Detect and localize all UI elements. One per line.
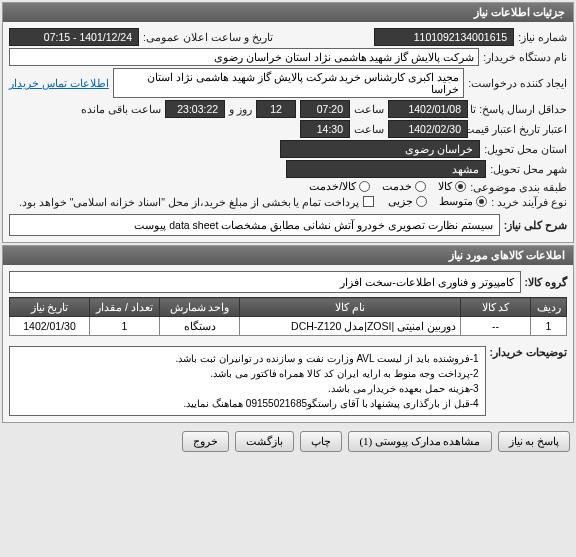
purchase-type-group: متوسط جزیی: [388, 195, 487, 208]
buyer-org-value: شرکت پالایش گاز شهید هاشمی نژاد استان خر…: [9, 48, 479, 66]
remaining-time: 23:03:22: [165, 100, 225, 118]
radio-medium[interactable]: متوسط: [439, 195, 487, 208]
radio-small-label: جزیی: [388, 195, 413, 208]
goods-table: ردیف کد کالا نام کالا واحد شمارش تعداد /…: [9, 297, 567, 336]
radio-medium-label: متوسط: [439, 195, 473, 208]
remaining-suffix: ساعت باقی مانده: [81, 103, 161, 115]
buyer-notes-box: 1-فروشنده باید از لیست AVL وزارت نفت و س…: [9, 346, 486, 416]
radio-dot-icon: [476, 196, 487, 207]
panel-title: جزئیات اطلاعات نیاز: [3, 3, 573, 22]
print-button[interactable]: چاپ: [300, 431, 342, 452]
cell-row: 1: [531, 317, 567, 336]
province-value: خراسان رضوی: [280, 140, 480, 158]
button-bar: پاسخ به نیاز مشاهده مدارک پیوستی (1) چاپ…: [0, 425, 576, 458]
creator-label: ایجاد کننده درخواست:: [468, 77, 567, 89]
table-header-row: ردیف کد کالا نام کالا واحد شمارش تعداد /…: [10, 298, 567, 317]
validity-date: 1402/02/30: [388, 120, 468, 138]
main-panel: جزئیات اطلاعات نیاز شماره نیاز: 11010921…: [2, 2, 574, 243]
radio-service[interactable]: خدمت: [382, 180, 426, 193]
radio-dot-icon: [455, 181, 466, 192]
deadline-date: 1402/01/08: [388, 100, 468, 118]
goods-title: اطلاعات کالاهای مورد نیاز: [3, 246, 573, 265]
description-text: سیستم نظارت تصویری خودرو آتش نشانی مطابق…: [9, 214, 500, 236]
group-label: گروه کالا:: [525, 276, 567, 288]
radio-dot-icon: [416, 196, 427, 207]
deadline-label: حداقل ارسال پاسخ: تا تاریخ:: [472, 103, 567, 115]
cell-name: دوربین امنیتی |ZOSI|مدل DCH-Z120: [240, 317, 461, 336]
table-row[interactable]: 1 -- دوربین امنیتی |ZOSI|مدل DCH-Z120 دس…: [10, 317, 567, 336]
need-number-value: 1101092134001615: [374, 28, 514, 46]
note-line-2: 2-پرداخت وجه منوط به ارایه ایران کد کالا…: [16, 366, 479, 381]
col-row: ردیف: [531, 298, 567, 317]
radio-both-label: کالا/خدمت: [309, 180, 356, 193]
group-value: کامپیوتر و فناوری اطلاعات-سخت افزار: [9, 271, 521, 293]
radio-service-label: خدمت: [382, 180, 412, 193]
description-label: شرح کلی نیاز:: [504, 219, 567, 231]
need-number-label: شماره نیاز:: [518, 31, 567, 43]
category-label: طبقه بندی موضوعی:: [470, 181, 567, 193]
back-button[interactable]: بازگشت: [235, 431, 294, 452]
deadline-time: 07:20: [300, 100, 350, 118]
city-value: مشهد: [286, 160, 486, 178]
buyer-notes-label: توضیحات خریدار:: [490, 342, 567, 358]
note-line-1: 1-فروشنده باید از لیست AVL وزارت نفت و س…: [16, 351, 479, 366]
radio-dot-icon: [415, 181, 426, 192]
announce-label: تاریخ و ساعت اعلان عمومی:: [143, 31, 273, 43]
remaining-days: 12: [256, 100, 296, 118]
attachments-button[interactable]: مشاهده مدارک پیوستی (1): [348, 431, 491, 452]
col-qty: تعداد / مقدار: [90, 298, 160, 317]
form-body: شماره نیاز: 1101092134001615 تاریخ و ساع…: [3, 22, 573, 242]
time-label-1: ساعت: [354, 103, 384, 115]
exit-button[interactable]: خروج: [182, 431, 229, 452]
goods-panel: اطلاعات کالاهای مورد نیاز گروه کالا: کام…: [2, 245, 574, 423]
col-name: نام کالا: [240, 298, 461, 317]
cell-qty: 1: [90, 317, 160, 336]
buyer-org-label: نام دستگاه خریدار:: [483, 51, 567, 63]
radio-small[interactable]: جزیی: [388, 195, 427, 208]
validity-time: 14:30: [300, 120, 350, 138]
validity-label: اعتبار تاریخ اعتبار قیمت: تا تاریخ:: [472, 123, 567, 135]
category-radio-group: کالا خدمت کالا/خدمت: [309, 180, 466, 193]
radio-both[interactable]: کالا/خدمت: [309, 180, 370, 193]
contact-link[interactable]: اطلاعات تماس خریدار: [9, 77, 109, 89]
radio-goods[interactable]: کالا: [438, 180, 466, 193]
respond-button[interactable]: پاسخ به نیاز: [498, 431, 571, 452]
creator-value: مجید اکبری کارشناس خرید شرکت پالایش گاز …: [113, 68, 464, 98]
cell-code: --: [461, 317, 531, 336]
payment-checkbox[interactable]: [363, 196, 374, 207]
radio-goods-label: کالا: [438, 180, 452, 193]
day-and-label: روز و: [229, 103, 252, 115]
cell-unit: دستگاه: [160, 317, 240, 336]
time-label-2: ساعت: [354, 123, 384, 135]
city-label: شهر محل تحویل:: [490, 163, 567, 175]
purchase-type-label: نوع فرآیند خرید :: [491, 196, 567, 208]
note-line-3: 3-هزینه حمل بعهده خریدار می باشد.: [16, 381, 479, 396]
payment-note: پرداخت تمام یا بخشی از مبلغ خرید،از محل …: [19, 196, 359, 208]
col-unit: واحد شمارش: [160, 298, 240, 317]
col-code: کد کالا: [461, 298, 531, 317]
col-date: تاریخ نیاز: [10, 298, 90, 317]
cell-date: 1402/01/30: [10, 317, 90, 336]
announce-value: 1401/12/24 - 07:15: [9, 28, 139, 46]
note-line-4: 4-قبل از بارگذاری پیشنهاد با آقای راستگو…: [16, 396, 479, 411]
radio-dot-icon: [359, 181, 370, 192]
province-label: استان محل تحویل:: [484, 143, 567, 155]
